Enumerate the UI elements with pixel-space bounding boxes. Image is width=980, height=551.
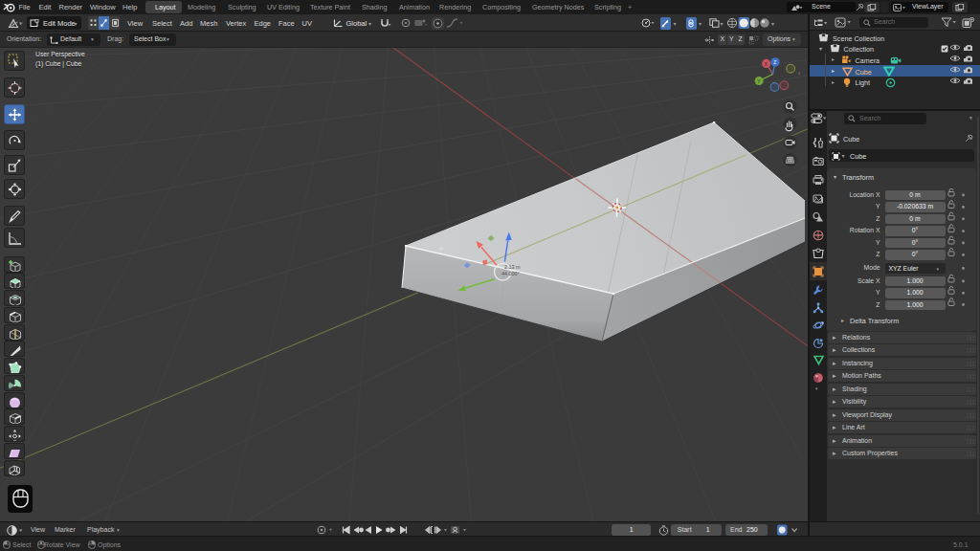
svg-text:Z: Z	[773, 59, 776, 65]
svg-text:2.13 m: 2.13 m	[504, 264, 521, 270]
svg-text:44.000°: 44.000°	[501, 271, 520, 276]
